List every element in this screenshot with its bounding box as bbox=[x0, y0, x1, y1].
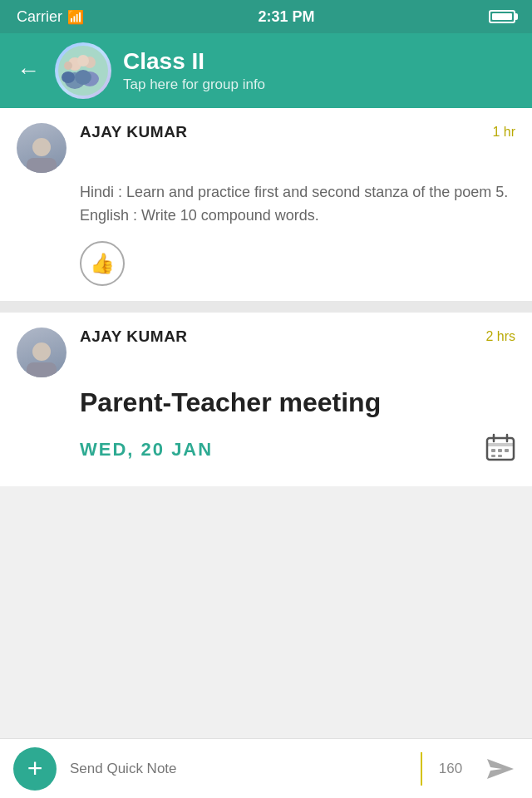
carrier-text: Carrier bbox=[17, 8, 62, 26]
avatar-head-1 bbox=[32, 138, 51, 156]
add-button[interactable]: + bbox=[13, 747, 57, 791]
avatar-body-1 bbox=[27, 158, 57, 173]
sender-name-2: AJAY KUMAR bbox=[80, 328, 188, 346]
svg-rect-14 bbox=[498, 449, 502, 452]
svg-marker-18 bbox=[487, 759, 514, 779]
header-info: Class II Tap here for group info bbox=[123, 48, 519, 93]
svg-rect-10 bbox=[487, 443, 514, 446]
sender-name-1: AJAY KUMAR bbox=[80, 123, 188, 141]
send-icon bbox=[484, 756, 514, 782]
quick-note-input[interactable] bbox=[70, 761, 407, 777]
avatar-2 bbox=[17, 328, 66, 377]
group-avatar-image bbox=[55, 42, 111, 99]
back-button[interactable]: ← bbox=[13, 54, 43, 87]
chat-header[interactable]: ← Class II Tap here for group info bbox=[0, 33, 532, 108]
status-time: 2:31 PM bbox=[258, 8, 314, 26]
plus-icon: + bbox=[27, 755, 43, 781]
vertical-divider bbox=[421, 752, 422, 786]
message-large-text-2: Parent-Teacher meeting bbox=[80, 386, 515, 421]
battery-fill bbox=[492, 13, 512, 20]
message-content-1: Hindi : Learn and practice first and sec… bbox=[80, 181, 515, 286]
message-header-1: AJAY KUMAR 1 hr bbox=[17, 123, 515, 173]
message-content-2: Parent-Teacher meeting WED, 20 JAN bbox=[80, 386, 515, 472]
message-text-1: Hindi : Learn and practice first and sec… bbox=[80, 181, 515, 228]
carrier-label: Carrier 📶 bbox=[17, 8, 84, 26]
calendar-icon bbox=[485, 433, 515, 466]
chat-title: Class II bbox=[123, 48, 519, 75]
svg-rect-13 bbox=[491, 449, 495, 452]
bottom-bar: + 160 bbox=[0, 738, 532, 798]
like-button-1[interactable]: 👍 bbox=[80, 241, 125, 286]
battery-icon bbox=[489, 10, 515, 23]
svg-rect-17 bbox=[498, 455, 502, 457]
message-block-2: AJAY KUMAR 2 hrs Parent-Teacher meeting … bbox=[0, 313, 532, 487]
chat-subtitle: Tap here for group info bbox=[123, 76, 519, 93]
calendar-svg bbox=[485, 433, 515, 463]
avatar-1 bbox=[17, 123, 66, 173]
send-button[interactable] bbox=[479, 751, 519, 787]
avatar-head-2 bbox=[32, 342, 51, 361]
group-people-icon bbox=[58, 46, 108, 96]
message-divider bbox=[0, 301, 532, 313]
char-count: 160 bbox=[436, 761, 466, 777]
message-header-2: AJAY KUMAR 2 hrs bbox=[17, 328, 515, 377]
event-date-text: WED, 20 JAN bbox=[80, 439, 213, 461]
message-time-2: 2 hrs bbox=[485, 329, 515, 344]
svg-rect-16 bbox=[491, 455, 495, 457]
chat-area: AJAY KUMAR 1 hr Hindi : Learn and practi… bbox=[0, 108, 532, 740]
message-time-1: 1 hr bbox=[492, 125, 515, 140]
svg-point-7 bbox=[64, 62, 72, 70]
thumbsup-icon: 👍 bbox=[90, 252, 115, 275]
event-date-bar: WED, 20 JAN bbox=[80, 433, 515, 471]
message-meta-2: AJAY KUMAR 2 hrs bbox=[80, 328, 515, 346]
group-avatar bbox=[55, 42, 111, 99]
message-meta-1: AJAY KUMAR 1 hr bbox=[80, 123, 515, 141]
svg-point-5 bbox=[77, 55, 89, 66]
svg-rect-15 bbox=[505, 449, 509, 452]
avatar-body-2 bbox=[27, 362, 57, 377]
svg-point-8 bbox=[62, 71, 75, 83]
svg-point-6 bbox=[75, 70, 91, 85]
message-block-1: AJAY KUMAR 1 hr Hindi : Learn and practi… bbox=[0, 108, 532, 301]
status-bar: Carrier 📶 2:31 PM bbox=[0, 0, 532, 33]
avatar-image-1 bbox=[17, 123, 66, 173]
wifi-icon: 📶 bbox=[67, 9, 84, 25]
avatar-image-2 bbox=[17, 328, 66, 377]
